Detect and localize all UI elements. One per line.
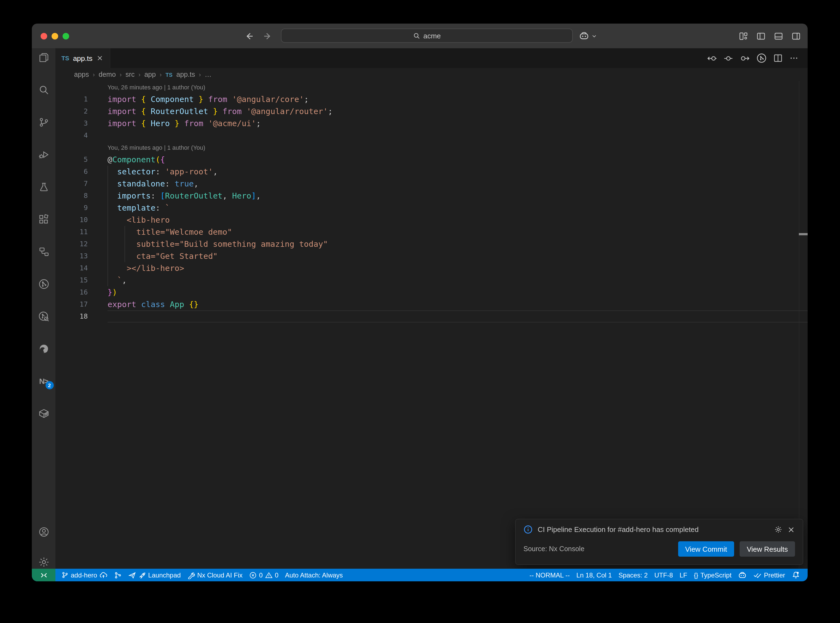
breadcrumb-separator: › [160,71,161,78]
branch-status-item[interactable]: add-hero [58,571,111,579]
line-number: 5 [55,153,88,166]
code-line[interactable]: 4 [55,129,808,141]
code-line[interactable]: 3import { Hero } from '@acme/ui'; [55,117,808,129]
line-number: 4 [55,129,88,141]
breadcrumb[interactable]: apps›demo›src›app›TSapp.ts›… [55,68,808,81]
line-number [55,141,88,153]
breadcrumb-item[interactable]: app [144,71,156,78]
previous-commit-icon[interactable] [707,54,717,63]
code-line[interactable]: 11 title="Welcmoe demo" [55,226,808,238]
indentation-status-item[interactable]: Spaces: 2 [615,571,651,579]
code-line[interactable]: 14 ></lib-hero> [55,262,808,274]
code-line[interactable]: 1import { Component } from '@angular/cor… [55,93,808,105]
toggle-panel-icon[interactable] [774,32,783,40]
sidebar-item-containers[interactable] [32,404,55,424]
auto-attach-status-item[interactable]: Auto Attach: Always [282,571,346,579]
prettier-status-item[interactable]: Prettier [750,571,788,579]
sidebar-item-edge-tools[interactable] [32,339,55,359]
cursor-position-status-item[interactable]: Ln 18, Col 1 [573,571,615,579]
command-center-search[interactable]: acme [281,29,573,43]
line-number: 2 [55,105,88,117]
line-number: 9 [55,202,88,214]
code-line[interactable]: 7 standalone: true, [55,178,808,190]
code-line[interactable]: 5@Component({ [55,153,808,166]
gitlens-graph-icon[interactable] [757,53,766,63]
forward-icon[interactable] [263,32,272,40]
blame-text: You, 26 minutes ago | 1 author (You) [88,81,205,93]
screen: acme [0,0,840,623]
breadcrumb-item[interactable]: src [125,71,134,78]
code-line[interactable]: 6 selector: 'app-root', [55,166,808,178]
code-line[interactable]: 12 subtitle="Build something amazing tod… [55,238,808,250]
code-editor[interactable]: You, 26 minutes ago | 1 author (You)1imp… [55,81,808,569]
notifications-bell-item[interactable] [788,571,803,579]
sidebar-item-testing[interactable] [32,177,55,197]
notification-close-icon[interactable] [787,526,795,533]
sidebar-item-hierarchy[interactable] [32,242,55,262]
code-line[interactable]: 15 `, [55,274,808,286]
code-line[interactable]: 18 [55,310,808,322]
code-line[interactable]: 9 template: ` [55,202,808,214]
launchpad-status-item[interactable]: Launchpad [125,571,184,579]
toggle-sidebar-left-icon[interactable] [757,32,765,40]
minimize-window-button[interactable] [52,33,58,39]
code-line[interactable]: 2import { RouterOutlet } from '@angular/… [55,105,808,117]
view-commit-button[interactable]: View Commit [678,541,734,557]
code-line[interactable]: 16}) [55,286,808,298]
nx-cloud-status-item[interactable]: Nx Cloud AI Fix [184,571,246,579]
line-number: 7 [55,178,88,190]
code-line[interactable]: 8 imports: [RouterOutlet, Hero], [55,190,808,202]
close-tab-icon[interactable] [96,54,104,62]
eol-status-item[interactable]: LF [676,571,691,579]
more-actions-icon[interactable] [789,54,798,63]
encoding-status-item[interactable]: UTF-8 [651,571,676,579]
breadcrumb-item[interactable]: … [205,71,212,78]
next-commit-icon[interactable] [740,54,749,63]
code-text: imports: [RouterOutlet, Hero], [88,190,261,202]
tab-app-ts[interactable]: TS app.ts [55,48,111,68]
code-line[interactable]: 17export class App {} [55,298,808,310]
notification-settings-icon[interactable] [774,525,782,534]
language-status-item[interactable]: {} TypeScript [691,571,735,579]
customize-layout-icon[interactable] [739,32,748,40]
sidebar-item-search[interactable] [32,80,55,100]
sidebar-item-commit-graph[interactable] [32,274,55,294]
line-number: 14 [55,262,88,274]
vim-mode-status-item[interactable]: -- NORMAL -- [526,571,573,579]
copilot-menu[interactable] [579,24,597,48]
close-window-button[interactable] [41,33,47,39]
copilot-status-item[interactable] [735,571,750,579]
breadcrumb-item[interactable]: app.ts [177,71,195,78]
line-number: 12 [55,238,88,250]
rocket-icon [138,571,146,579]
blame-annotation[interactable]: You, 26 minutes ago | 1 author (You) [55,141,808,153]
commit-icon[interactable] [724,54,733,63]
breadcrumb-item[interactable]: apps [74,71,89,78]
split-editor-icon[interactable] [774,54,782,63]
line-number: 16 [55,286,88,298]
code-line[interactable]: 13 cta="Get Started" [55,250,808,262]
toggle-sidebar-right-icon[interactable] [792,32,800,40]
extensions-icon [38,213,50,226]
account-button[interactable] [32,522,55,542]
status-bar: add-hero Launchpad Nx Cloud AI Fix 0 0 [32,569,808,581]
sidebar-item-run-debug[interactable] [32,145,55,164]
sidebar-item-commit-search[interactable] [32,307,55,326]
remote-indicator[interactable] [32,569,55,581]
copilot-icon [579,31,589,41]
code-line[interactable]: 10 <lib-hero [55,214,808,226]
sidebar-item-extensions[interactable] [32,210,55,229]
problems-status-item[interactable]: 0 0 [246,571,282,579]
container-icon [38,407,50,419]
sidebar-item-nx-console[interactable]: N>2 [32,371,55,391]
graph-status-item[interactable] [111,571,125,579]
view-results-button[interactable]: View Results [740,541,795,557]
blame-annotation[interactable]: You, 26 minutes ago | 1 author (You) [55,81,808,93]
zoom-window-button[interactable] [63,33,69,39]
back-icon[interactable] [245,32,253,40]
sidebar-item-explorer[interactable] [32,48,55,68]
breadcrumb-item[interactable]: demo [99,71,116,78]
files-icon [38,52,50,64]
sidebar-item-source-control[interactable] [32,112,55,132]
line-number: 17 [55,298,88,310]
